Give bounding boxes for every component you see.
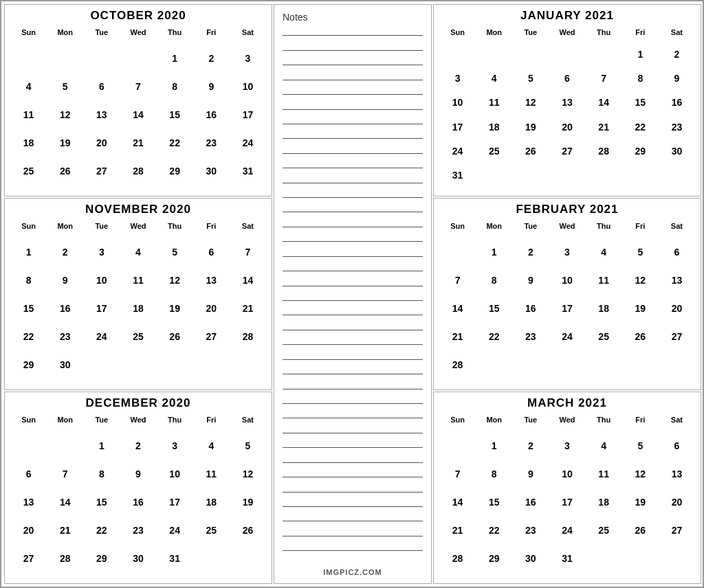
cal-day-23: 23 [120,523,156,551]
cal-day-19: 19 [47,135,83,163]
cal-header-mon: Mon [47,27,83,51]
cal-day-29: 29 [83,551,120,579]
cal-day-26: 26 [47,163,83,192]
notes-line [283,359,423,360]
calendar-title-jan2021: JANUARY 2021 [439,9,695,23]
cal-day-31: 31 [549,551,585,579]
cal-day-16: 16 [120,495,156,523]
cal-day-13: 13 [549,95,585,119]
cal-day-26: 26 [230,523,266,551]
cal-day-empty [549,168,585,192]
cal-day-7: 7 [439,273,476,301]
calendar-mar2021: MARCH 2021SunMonTueWedThuFriSat123456789… [433,392,701,584]
cal-day-9: 9 [659,71,695,95]
notes-line [283,300,423,301]
cal-day-22: 22 [157,135,193,163]
cal-day-12: 12 [622,273,659,301]
cal-header-sat: Sat [230,414,266,438]
cal-day-27: 27 [193,329,230,357]
cal-header-fri: Fri [193,414,230,438]
cal-day-7: 7 [439,466,476,495]
cal-day-4: 4 [586,438,622,466]
cal-day-14: 14 [230,273,266,301]
cal-day-17: 17 [83,301,120,329]
cal-day-21: 21 [439,329,476,357]
cal-day-23: 23 [193,135,230,163]
notes-line [283,330,423,330]
cal-header-wed: Wed [549,220,585,245]
cal-day-22: 22 [10,329,47,357]
cal-day-31: 31 [157,551,193,579]
calendar-feb2021: FEBRUARY 2021SunMonTueWedThuFriSat123456… [433,198,701,390]
calendar-nov2020: NOVEMBER 2020SunMonTueWedThuFriSat123456… [4,198,272,390]
cal-header-fri: Fri [193,220,230,245]
cal-day-9: 9 [120,466,156,495]
cal-day-1: 1 [476,438,512,466]
cal-day-6: 6 [83,79,120,107]
calendar-title-feb2021: FEBRUARY 2021 [439,203,695,216]
notes-line [283,183,423,183]
cal-header-fri: Fri [622,27,659,47]
cal-header-sat: Sat [230,220,266,245]
cal-header-sat: Sat [659,27,695,47]
cal-day-8: 8 [476,273,512,301]
cal-header-wed: Wed [549,27,585,47]
cal-day-empty [659,551,695,579]
cal-day-30: 30 [193,163,230,192]
cal-day-20: 20 [659,301,695,329]
cal-day-5: 5 [230,438,266,466]
cal-header-tue: Tue [512,27,549,47]
cal-day-22: 22 [622,120,659,144]
cal-day-28: 28 [47,551,83,579]
cal-day-8: 8 [476,466,512,495]
calendar-title-mar2021: MARCH 2021 [439,396,695,410]
cal-day-24: 24 [549,523,585,551]
cal-day-10: 10 [157,466,193,495]
notes-line [283,447,423,448]
notes-line [283,550,423,551]
cal-day-27: 27 [659,329,695,357]
cal-header-sun: Sun [10,220,47,245]
cal-day-14: 14 [47,495,83,523]
cal-day-3: 3 [157,438,193,466]
cal-day-17: 17 [230,107,266,135]
cal-day-7: 7 [230,245,266,273]
cal-day-16: 16 [193,107,230,135]
cal-day-empty [120,51,156,79]
cal-header-sat: Sat [659,414,695,438]
cal-day-empty [586,551,622,579]
cal-day-9: 9 [47,273,83,301]
cal-day-4: 4 [10,79,47,107]
cal-day-15: 15 [622,95,659,119]
cal-header-thu: Thu [586,220,622,245]
notes-line [283,477,423,477]
cal-day-18: 18 [120,301,156,329]
calendar-dec2020: DECEMBER 2020SunMonTueWedThuFriSat123456… [4,392,272,584]
notes-line [283,109,423,110]
cal-day-empty [47,438,83,466]
cal-day-19: 19 [512,120,549,144]
calendar-layout: OCTOBER 2020SunMonTueWedThuFriSat1234567… [1,1,703,587]
cal-day-17: 17 [549,495,585,523]
cal-day-11: 11 [193,466,230,495]
cal-day-8: 8 [157,79,193,107]
cal-header-fri: Fri [622,220,659,245]
cal-day-23: 23 [47,329,83,357]
notes-line [283,536,423,536]
cal-day-11: 11 [586,466,622,495]
cal-day-26: 26 [622,523,659,551]
cal-header-wed: Wed [120,27,156,51]
cal-day-29: 29 [622,144,659,168]
cal-day-empty [230,551,266,579]
cal-day-empty [512,357,549,385]
cal-day-empty [157,357,193,385]
cal-day-empty [230,357,266,385]
cal-header-thu: Thu [586,27,622,47]
cal-day-13: 13 [83,107,120,135]
notes-line [283,168,423,168]
cal-day-13: 13 [659,466,695,495]
cal-day-18: 18 [586,495,622,523]
notes-line [283,344,423,345]
cal-day-13: 13 [10,495,47,523]
cal-header-wed: Wed [549,414,585,438]
